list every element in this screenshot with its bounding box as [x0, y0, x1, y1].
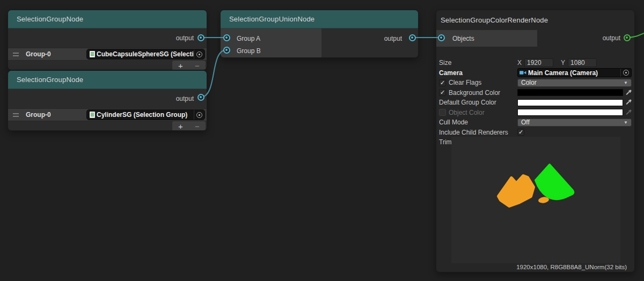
drag-handle-icon[interactable]	[13, 113, 19, 117]
selection-group-node-2[interactable]: SelectionGroupNode output Group-0 Cylind…	[8, 70, 207, 131]
check-icon: ✓	[440, 80, 445, 86]
include-child-renderers-label: Include Child Renderers	[439, 129, 508, 136]
node2-title-bar[interactable]: SelectionGroupNode	[8, 71, 207, 89]
object-picker-icon[interactable]	[196, 51, 202, 57]
union-output-label: output	[384, 35, 402, 42]
size-row: Size X Y	[439, 58, 632, 68]
drag-handle-icon[interactable]	[13, 53, 19, 56]
render-output-port[interactable]	[624, 34, 631, 41]
render-preview-image	[451, 137, 620, 263]
render-title: SelectionGroupColorRenderNode	[441, 16, 548, 24]
union-output-port[interactable]	[409, 34, 416, 41]
camera-icon	[519, 70, 526, 76]
chevron-down-icon: ▼	[624, 80, 628, 85]
default-group-color-row: Default Group Color	[439, 98, 632, 108]
size-y-label: Y	[561, 59, 565, 66]
divider	[620, 69, 621, 77]
render-objects-box: Objects	[436, 30, 537, 47]
camera-label: Camera	[439, 69, 463, 77]
default-group-color-swatch[interactable]	[517, 99, 623, 106]
eyedropper-icon[interactable]	[623, 99, 632, 106]
node2-footer: + −	[8, 121, 207, 131]
object-color-label: Object Color	[449, 109, 485, 116]
green-shape	[536, 165, 573, 199]
render-objects-port[interactable]	[438, 34, 445, 41]
object-color-swatch[interactable]	[517, 109, 623, 116]
object-picker-icon[interactable]	[623, 70, 629, 76]
camera-object-field[interactable]: Main Camera (Camera)	[517, 68, 632, 77]
clear-flags-checkbox[interactable]: ✓	[439, 79, 446, 86]
background-color-row: ✓ Background Color	[439, 88, 632, 98]
clear-flags-dropdown[interactable]: Color ▼	[517, 79, 632, 87]
node2-object-field[interactable]: CylinderSG (Selection Group)	[86, 109, 205, 120]
node1-output-label: output	[176, 34, 194, 42]
camera-value: Main Camera (Camera)	[528, 69, 620, 77]
cull-mode-row: Cull Mode Off ▼	[439, 117, 632, 128]
remove-group-button[interactable]: −	[189, 61, 206, 70]
node1-group-row[interactable]: Group-0 CubeCapsuleSphereSG (Selecti	[8, 48, 207, 61]
union-input-row-a: Group A	[221, 32, 321, 45]
size-x-input[interactable]	[524, 58, 553, 67]
size-label: Size	[439, 59, 451, 66]
node2-output-port[interactable]	[197, 94, 204, 101]
include-child-renderers-checkbox[interactable]: ✓	[517, 129, 524, 136]
eyedropper-icon[interactable]	[623, 90, 632, 96]
render-title-bar[interactable]: SelectionGroupColorRenderNode	[436, 10, 634, 30]
size-x-label: X	[517, 59, 522, 66]
background-color-swatch[interactable]	[517, 89, 623, 96]
node2-list-buttons: + −	[172, 121, 206, 131]
clear-flags-row: ✓ Clear Flags Color ▼	[439, 78, 632, 88]
render-output-label: output	[603, 34, 620, 42]
cull-mode-label: Cull Mode	[439, 119, 468, 126]
union-input-b-label: Group B	[237, 47, 261, 55]
selection-group-color-render-node[interactable]: SelectionGroupColorRenderNode Objects ou…	[436, 10, 635, 272]
divider	[194, 49, 194, 59]
node2-output-label: output	[176, 95, 194, 102]
object-picker-icon[interactable]	[196, 112, 202, 118]
node1-group-label: Group-0	[26, 50, 51, 58]
union-group-a-port[interactable]	[223, 34, 230, 41]
node1-list-buttons: + −	[172, 61, 206, 70]
default-group-color-label: Default Group Color	[439, 99, 496, 106]
divider	[194, 110, 194, 120]
selection-group-node-1[interactable]: SelectionGroupNode output Group-0 CubeCa…	[8, 10, 207, 70]
chevron-down-icon: ▼	[624, 120, 628, 125]
render-preview	[451, 137, 620, 263]
node1-footer: + −	[8, 61, 207, 70]
check-icon: ✓	[440, 90, 445, 95]
node1-object-value: CubeCapsuleSphereSG (Selecti	[97, 50, 194, 58]
preview-caption: 1920x1080, R8G8B8A8_UNorm(32 bits)	[516, 264, 627, 270]
render-objects-label: Objects	[452, 35, 474, 42]
node-graph-canvas[interactable]: SelectionGroupNode output Group-0 CubeCa…	[0, 0, 644, 281]
size-y-input[interactable]	[568, 58, 597, 67]
node1-object-field[interactable]: CubeCapsuleSphereSG (Selecti	[86, 49, 205, 60]
add-group-button[interactable]: +	[172, 121, 189, 131]
node1-title: SelectionGroupNode	[17, 15, 83, 23]
eyedropper-icon	[623, 109, 632, 116]
scriptable-object-icon	[90, 112, 95, 118]
orange-shape	[499, 176, 533, 206]
selection-group-union-node[interactable]: SelectionGroupUnionNode Group A Group B …	[220, 10, 419, 58]
check-icon: ✓	[518, 129, 523, 135]
scriptable-object-icon	[90, 51, 95, 57]
clear-flags-label: Clear Flags	[449, 79, 481, 86]
cull-mode-dropdown[interactable]: Off ▼	[517, 119, 632, 127]
union-inputs-box: Group A Group B	[221, 28, 321, 58]
object-color-checkbox[interactable]	[439, 109, 446, 116]
union-title-bar[interactable]: SelectionGroupUnionNode	[221, 10, 418, 28]
union-input-row-b: Group B	[221, 45, 321, 57]
background-color-checkbox[interactable]: ✓	[439, 89, 446, 96]
include-child-renderers-row: Include Child Renderers ✓	[439, 128, 632, 138]
node2-output-row: output	[8, 89, 207, 108]
node2-group-row[interactable]: Group-0 CylinderSG (Selection Group)	[8, 108, 207, 121]
node1-title-bar[interactable]: SelectionGroupNode	[8, 10, 207, 28]
union-input-a-label: Group A	[237, 35, 260, 42]
render-objects-row: Objects	[436, 30, 537, 47]
add-group-button[interactable]: +	[172, 61, 189, 70]
render-properties: Size X Y Camera Main Camera (Camera)	[436, 56, 634, 147]
node1-output-port[interactable]	[197, 34, 204, 41]
remove-group-button[interactable]: −	[189, 121, 206, 131]
node1-output-row: output	[8, 28, 207, 48]
union-group-b-port[interactable]	[223, 47, 230, 54]
object-color-row: Object Color	[439, 108, 632, 118]
